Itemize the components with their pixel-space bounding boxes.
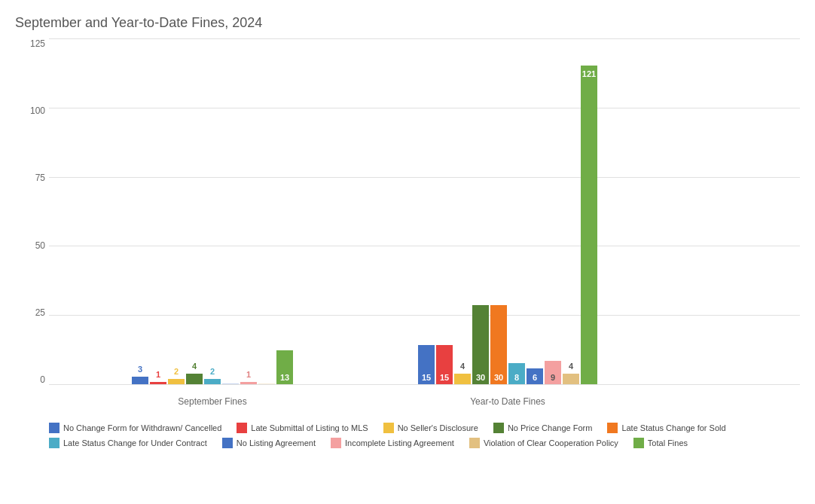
legend-item-violation: Violation of Clear Cooperation Policy bbox=[469, 438, 618, 448]
group-label-september: September Fines bbox=[178, 396, 246, 407]
legend-color-late-sub bbox=[237, 423, 247, 433]
y-label-50: 50 bbox=[15, 240, 49, 251]
bar-sep-no-listing bbox=[222, 383, 239, 384]
gridline-0 bbox=[49, 384, 800, 385]
y-label-125: 125 bbox=[15, 38, 49, 49]
legend-color-late-under bbox=[49, 438, 60, 448]
bar-ytd-no-listing: 6 bbox=[527, 368, 543, 384]
bar-ytd-no-sellers: 4 bbox=[454, 374, 471, 384]
bar-label-sep-no-sell: 2 bbox=[174, 367, 179, 376]
y-label-0: 0 bbox=[15, 374, 49, 385]
legend-label-late-under: Late Status Change for Under Contract bbox=[63, 438, 207, 447]
september-fines-group: 3 1 2 4 bbox=[132, 350, 293, 385]
legend-label-total: Total Fines bbox=[648, 438, 688, 447]
legend-item-late-submittal: Late Submittal of Listing to MLS bbox=[237, 423, 368, 433]
bar-sep-no-price: 4 bbox=[186, 374, 203, 384]
chart-plot: 3 1 2 4 bbox=[49, 38, 800, 385]
bar-label-sep-late-sub: 1 bbox=[156, 370, 160, 379]
legend-item-late-status-under: Late Status Change for Under Contract bbox=[49, 438, 207, 448]
bar-sep-late-under: 2 bbox=[204, 379, 221, 384]
legend-item-no-sellers: No Seller's Disclosure bbox=[383, 423, 478, 433]
legend-label-no-price: No Price Change Form bbox=[508, 423, 593, 432]
bar-label-sep-no-change: 3 bbox=[138, 365, 142, 374]
bar-sep-violation bbox=[258, 383, 275, 384]
legend-color-total bbox=[633, 438, 644, 448]
bar-sep-no-change-form: 3 bbox=[132, 377, 148, 385]
bar-ytd-total: 121 bbox=[581, 66, 597, 385]
bar-val-ytd-no-price: 30 bbox=[476, 373, 485, 382]
bar-label-sep-incomplete: 1 bbox=[246, 370, 251, 379]
bar-val-ytd-no-change: 15 bbox=[422, 373, 431, 382]
bar-ytd-no-change: 15 bbox=[418, 345, 435, 385]
legend-color-violation bbox=[469, 438, 480, 448]
bar-val-ytd-late-under: 8 bbox=[514, 373, 519, 382]
legend-item-late-status-sold: Late Status Change for Sold bbox=[607, 423, 725, 433]
legend-color-no-list bbox=[222, 438, 233, 448]
legend-label-no-sell: No Seller's Disclosure bbox=[398, 423, 478, 432]
legend-label-incomplete: Incomplete Listing Agreement bbox=[345, 438, 454, 447]
chart-title: September and Year-to-Date Fines, 2024 bbox=[15, 15, 800, 31]
bar-sep-incomplete: 1 bbox=[240, 382, 257, 385]
group-label-ytd: Year-to Date Fines bbox=[470, 396, 545, 407]
y-axis: 125 100 75 50 25 0 bbox=[15, 38, 49, 385]
bar-ytd-late-sub: 15 bbox=[436, 345, 453, 385]
y-label-25: 25 bbox=[15, 307, 49, 318]
bar-val-sep-total: 13 bbox=[280, 373, 289, 382]
legend-color-no-sell bbox=[383, 423, 394, 433]
legend-item-no-price-change: No Price Change Form bbox=[493, 423, 593, 433]
legend-color-no-price bbox=[493, 423, 504, 433]
legend-color-late-sold bbox=[607, 423, 618, 433]
bar-ytd-late-sold: 30 bbox=[490, 305, 507, 384]
gridline-125 bbox=[49, 38, 800, 39]
bar-ytd-no-price: 30 bbox=[472, 305, 489, 384]
legend-label-no-change: No Change Form for Withdrawn/ Cancelled bbox=[63, 423, 221, 432]
legend-label-late-sub: Late Submittal of Listing to MLS bbox=[251, 423, 368, 432]
legend-color-no-change bbox=[49, 423, 60, 433]
bar-val-ytd-late-sold: 30 bbox=[494, 373, 503, 382]
legend-item-no-listing: No Listing Agreement bbox=[222, 438, 316, 448]
bar-ytd-late-under: 8 bbox=[508, 363, 525, 384]
bar-val-ytd-late-sub: 15 bbox=[440, 373, 449, 382]
legend-item-incomplete: Incomplete Listing Agreement bbox=[331, 438, 454, 448]
y-label-75: 75 bbox=[15, 173, 49, 183]
bar-ytd-violation: 4 bbox=[563, 374, 579, 384]
chart-container: September and Year-to-Date Fines, 2024 1… bbox=[0, 0, 815, 504]
bar-sep-late-submittal: 1 bbox=[150, 382, 166, 385]
y-label-100: 100 bbox=[15, 105, 49, 116]
legend-label-violation: Violation of Clear Cooperation Policy bbox=[484, 438, 618, 447]
bar-val-ytd-incomplete: 9 bbox=[551, 373, 555, 382]
legend-color-incomplete bbox=[331, 438, 341, 448]
legend: No Change Form for Withdrawn/ Cancelled … bbox=[15, 423, 800, 448]
chart-area: 125 100 75 50 25 0 3 bbox=[15, 38, 800, 415]
bar-sep-no-sellers: 2 bbox=[168, 379, 185, 384]
bar-label-sep-no-price: 4 bbox=[192, 362, 197, 371]
legend-label-no-list: No Listing Agreement bbox=[237, 438, 316, 447]
bar-val-ytd-no-sell: 4 bbox=[460, 362, 465, 371]
bar-val-ytd-no-list: 6 bbox=[533, 373, 537, 382]
legend-item-no-change-form: No Change Form for Withdrawn/ Cancelled bbox=[49, 423, 221, 433]
bar-ytd-incomplete: 9 bbox=[545, 361, 561, 385]
ytd-fines-group: 15 15 4 30 bbox=[418, 66, 597, 385]
legend-item-total: Total Fines bbox=[633, 438, 688, 448]
bar-val-ytd-violation: 4 bbox=[569, 362, 573, 371]
bar-sep-total: 13 bbox=[276, 350, 293, 385]
bar-label-sep-late-under: 2 bbox=[210, 367, 215, 376]
bar-val-ytd-total: 121 bbox=[582, 69, 596, 78]
legend-label-late-sold: Late Status Change for Sold bbox=[621, 423, 725, 432]
